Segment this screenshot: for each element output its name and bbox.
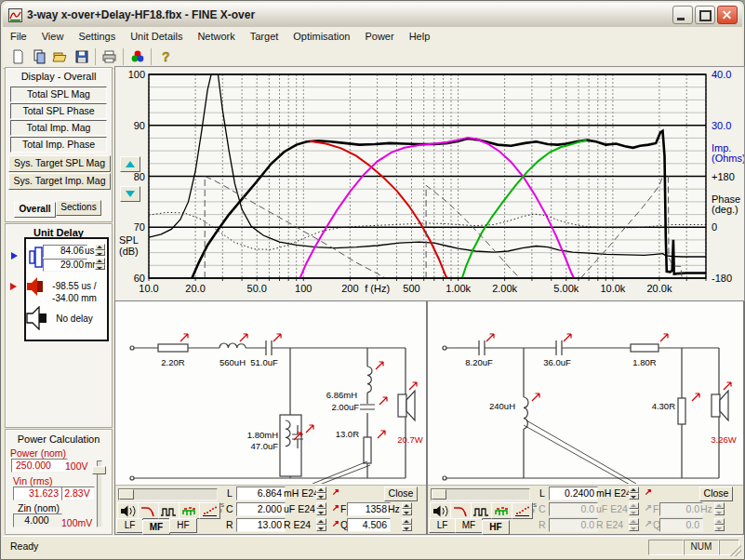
power-calc-title: Power Calculation xyxy=(6,433,112,445)
bandpass-response-icon[interactable] xyxy=(471,502,492,519)
close-button-left[interactable]: Close xyxy=(384,487,418,501)
menu-network[interactable]: Network xyxy=(190,29,242,44)
midrange-icon xyxy=(26,276,47,297)
c-value-field: 0.0 xyxy=(549,502,598,516)
menu-help[interactable]: Help xyxy=(402,29,438,44)
component-value-label: 13.0R xyxy=(336,429,359,439)
sys-target-spl-mag-button[interactable]: Sys. Target SPL Mag xyxy=(8,155,111,172)
svg-text:30.0: 30.0 xyxy=(712,120,731,131)
component-value-label: 6.86mH xyxy=(326,390,357,400)
sys-target-imp-mag-button[interactable]: Sys. Target Imp. Mag xyxy=(8,173,111,190)
l-row-label: L xyxy=(539,487,545,499)
q-value-field[interactable]: 4.506 xyxy=(347,518,391,532)
colors-icon[interactable] xyxy=(126,47,148,66)
minimize-button[interactable] xyxy=(672,6,693,24)
q-spinner[interactable] xyxy=(402,518,412,531)
l-adjust-icon[interactable] xyxy=(643,487,654,499)
tab-lf-right[interactable]: LF xyxy=(429,518,456,533)
tab-hf-right[interactable]: HF xyxy=(482,520,510,535)
schematic-right: 8.20uF 36.0uF 1.80R 240uH 4.30R 3.26W xyxy=(428,301,743,486)
unit-spl-icon[interactable] xyxy=(430,502,451,519)
l-value-field[interactable]: 0.2400 xyxy=(549,487,598,500)
tweeter-delay-mm-field[interactable]: 29.00 xyxy=(43,259,87,272)
close-button[interactable] xyxy=(717,6,738,24)
total-imp-mag-button[interactable]: Total Imp. Mag xyxy=(10,120,107,136)
f-value-field[interactable]: 1358 xyxy=(347,502,391,516)
component-value-label: 4.30R xyxy=(652,401,675,411)
lowpass-response-icon[interactable] xyxy=(450,502,472,519)
r-spinner[interactable] xyxy=(316,518,326,531)
frequency-response-chart: 10.020.050.01002005001.00k2.00k5.00k10.0… xyxy=(115,67,744,300)
f-unit-label: Hz xyxy=(388,503,400,514)
status-text: Ready xyxy=(10,540,38,552)
c-spinner[interactable] xyxy=(316,502,326,515)
unit-spl-icon[interactable] xyxy=(117,502,139,519)
display-panel-title: Display - Overall xyxy=(6,71,112,82)
bandpass-response-icon[interactable] xyxy=(158,502,180,519)
tab-lf-left[interactable]: LF xyxy=(116,518,143,533)
c-spinner xyxy=(629,502,639,515)
menu-power[interactable]: Power xyxy=(357,29,401,44)
menu-optimisation[interactable]: Optimisation xyxy=(286,29,357,44)
component-value-label: 8.20uF xyxy=(465,357,493,367)
save-icon[interactable] xyxy=(71,47,92,66)
l-spinner[interactable] xyxy=(629,487,639,500)
menu-unit-details[interactable]: Unit Details xyxy=(123,29,190,44)
svg-text:10.0k: 10.0k xyxy=(600,283,625,294)
open-file-icon[interactable] xyxy=(49,47,71,66)
vin-scale-box: 2.83V xyxy=(61,487,95,500)
f-spinner[interactable] xyxy=(402,502,412,515)
l-spinner[interactable] xyxy=(316,487,326,500)
zin-nom-field: 4.000 xyxy=(13,513,62,527)
power-nom-field[interactable]: 250.000 xyxy=(11,459,68,473)
tab-sections[interactable]: Sections xyxy=(56,200,101,216)
f-row-label: F xyxy=(653,503,659,514)
top-scale-label: 100V xyxy=(65,460,88,472)
target-filter-icon[interactable] xyxy=(491,502,512,519)
tab-hf-left[interactable]: HF xyxy=(169,518,197,533)
value-slider-thumb[interactable] xyxy=(432,489,446,500)
component-value-label: 51.0uF xyxy=(250,357,278,367)
curve-shift-down-button[interactable] xyxy=(120,186,140,202)
lowpass-response-icon[interactable] xyxy=(138,502,159,519)
tweeter-us-spinner[interactable] xyxy=(95,244,105,256)
speaker-power-label: 3.26W xyxy=(711,434,736,445)
impedance-dots-icon[interactable] xyxy=(199,502,220,519)
total-spl-phase-button[interactable]: Total SPL Phase xyxy=(10,103,107,119)
copy-icon[interactable] xyxy=(28,47,49,66)
power-slider-thumb[interactable] xyxy=(92,466,106,474)
curve-shift-up-button[interactable] xyxy=(120,156,140,172)
tab-overall[interactable]: Overall xyxy=(14,202,56,218)
svg-text:SPL: SPL xyxy=(119,234,139,246)
menu-target[interactable]: Target xyxy=(243,29,286,44)
l-unit-label: mH E24 xyxy=(284,487,319,499)
resize-grip[interactable] xyxy=(729,544,741,556)
svg-text:2.00k: 2.00k xyxy=(492,283,517,294)
help-icon[interactable]: ? xyxy=(154,47,176,66)
maximize-button[interactable] xyxy=(695,6,715,24)
impedance-dots-icon[interactable] xyxy=(512,502,533,519)
new-file-icon[interactable] xyxy=(7,47,28,66)
target-filter-icon[interactable] xyxy=(179,502,200,519)
close-button-right[interactable]: Close xyxy=(699,487,733,501)
r-value-field[interactable]: 13.00 xyxy=(236,518,286,532)
svg-text:500: 500 xyxy=(403,283,419,294)
total-imp-phase-button[interactable]: Total Imp. Phase xyxy=(10,137,107,153)
c-row-label: C xyxy=(539,503,546,514)
total-spl-mag-button[interactable]: Total SPL Mag xyxy=(10,87,107,102)
menu-file[interactable]: File xyxy=(3,29,34,44)
tweeter-mm-spinner[interactable] xyxy=(95,258,105,270)
l-value-field[interactable]: 6.864 xyxy=(236,487,286,500)
value-slider-thumb[interactable] xyxy=(119,489,134,500)
tab-mf-left[interactable]: MF xyxy=(142,520,170,535)
menu-view[interactable]: View xyxy=(34,29,72,44)
svg-text:+180: +180 xyxy=(712,171,735,182)
menu-settings[interactable]: Settings xyxy=(71,29,123,44)
tab-mf-right[interactable]: MF xyxy=(455,518,483,533)
l-adjust-icon[interactable] xyxy=(330,487,341,499)
mid-select-arrow-icon xyxy=(10,283,17,290)
tweeter-delay-us-field[interactable]: 84.06 xyxy=(43,245,87,258)
c-value-field[interactable]: 2.000 xyxy=(236,502,286,516)
print-icon[interactable] xyxy=(99,47,120,66)
vin-rms-field[interactable]: 31.623 xyxy=(13,487,62,500)
